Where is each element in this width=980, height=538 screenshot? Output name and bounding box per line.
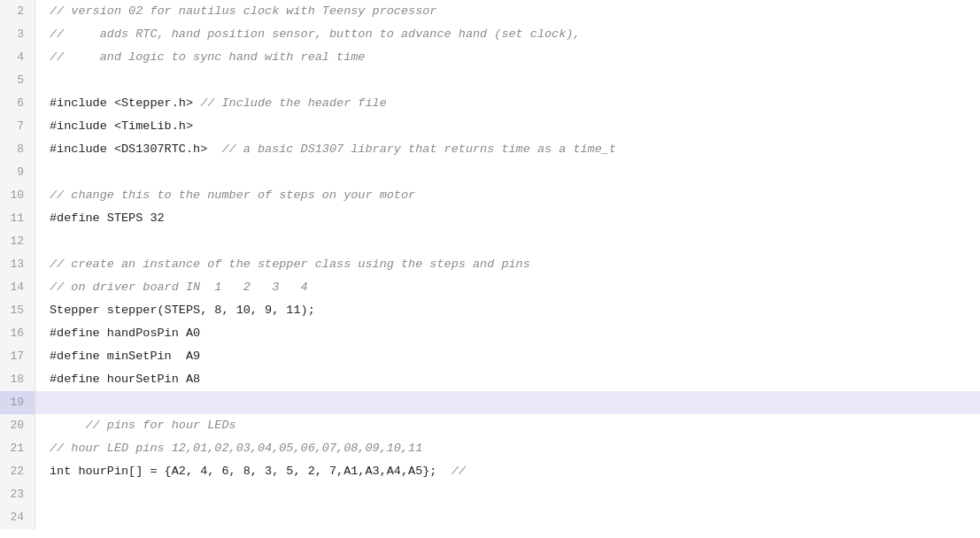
line-number: 22 bbox=[0, 460, 35, 483]
code-line: 19 bbox=[0, 391, 980, 414]
code-line: 15Stepper stepper(STEPS, 8, 10, 9, 11); bbox=[0, 299, 980, 322]
line-content bbox=[35, 391, 980, 414]
line-number: 14 bbox=[0, 276, 35, 299]
line-content: // version 02 for nautilus clock with Te… bbox=[35, 0, 980, 23]
code-line: 13// create an instance of the stepper c… bbox=[0, 253, 980, 276]
line-content: int hourPin[] = {A2, 4, 6, 8, 3, 5, 2, 7… bbox=[35, 460, 980, 483]
line-content: // adds RTC, hand position sensor, butto… bbox=[35, 23, 980, 46]
line-number: 5 bbox=[0, 69, 35, 92]
code-line: 4// and logic to sync hand with real tim… bbox=[0, 46, 980, 69]
line-content: // on driver board IN 1 2 3 4 bbox=[35, 276, 980, 299]
line-content: #define STEPS 32 bbox=[35, 207, 980, 230]
line-content: // change this to the number of steps on… bbox=[35, 184, 980, 207]
line-number: 12 bbox=[0, 230, 35, 253]
line-content: // create an instance of the stepper cla… bbox=[35, 253, 980, 276]
line-content bbox=[35, 69, 980, 92]
code-line: 22int hourPin[] = {A2, 4, 6, 8, 3, 5, 2,… bbox=[0, 460, 980, 483]
code-line: 20 // pins for hour LEDs bbox=[0, 414, 980, 437]
line-number: 17 bbox=[0, 345, 35, 368]
line-number: 24 bbox=[0, 506, 35, 529]
code-line: 14// on driver board IN 1 2 3 4 bbox=[0, 276, 980, 299]
line-number: 19 bbox=[0, 391, 35, 414]
line-content: // pins for hour LEDs bbox=[35, 414, 980, 437]
code-lines: 2// version 02 for nautilus clock with T… bbox=[0, 0, 980, 529]
line-content bbox=[35, 161, 980, 184]
code-line: 9 bbox=[0, 161, 980, 184]
code-line: 21// hour LED pins 12,01,02,03,04,05,06,… bbox=[0, 437, 980, 460]
line-number: 6 bbox=[0, 92, 35, 115]
line-content: #include <Stepper.h> // Include the head… bbox=[35, 92, 980, 115]
line-number: 7 bbox=[0, 115, 35, 138]
line-number: 18 bbox=[0, 368, 35, 391]
line-content: // hour LED pins 12,01,02,03,04,05,06,07… bbox=[35, 437, 980, 460]
line-content bbox=[35, 483, 980, 506]
code-line: 12 bbox=[0, 230, 980, 253]
line-number: 8 bbox=[0, 138, 35, 161]
line-number: 20 bbox=[0, 414, 35, 437]
line-content: #define minSetPin A9 bbox=[35, 345, 980, 368]
line-content: #include <DS1307RTC.h> // a basic DS1307… bbox=[35, 138, 980, 161]
code-line: 11#define STEPS 32 bbox=[0, 207, 980, 230]
line-number: 23 bbox=[0, 483, 35, 506]
line-number: 21 bbox=[0, 437, 35, 460]
code-line: 23 bbox=[0, 483, 980, 506]
code-line: 18#define hourSetPin A8 bbox=[0, 368, 980, 391]
line-content: #define hourSetPin A8 bbox=[35, 368, 980, 391]
code-line: 10// change this to the number of steps … bbox=[0, 184, 980, 207]
code-line: 5 bbox=[0, 69, 980, 92]
line-number: 15 bbox=[0, 299, 35, 322]
line-number: 16 bbox=[0, 322, 35, 345]
line-number: 13 bbox=[0, 253, 35, 276]
code-line: 24 bbox=[0, 506, 980, 529]
line-content bbox=[35, 506, 980, 529]
line-content: Stepper stepper(STEPS, 8, 10, 9, 11); bbox=[35, 299, 980, 322]
code-line: 2// version 02 for nautilus clock with T… bbox=[0, 0, 980, 23]
line-content bbox=[35, 230, 980, 253]
line-number: 4 bbox=[0, 46, 35, 69]
line-content: // and logic to sync hand with real time bbox=[35, 46, 980, 69]
code-line: 16#define handPosPin A0 bbox=[0, 322, 980, 345]
line-number: 3 bbox=[0, 23, 35, 46]
line-content: #define handPosPin A0 bbox=[35, 322, 980, 345]
line-content: #include <TimeLib.h> bbox=[35, 115, 980, 138]
code-line: 6#include <Stepper.h> // Include the hea… bbox=[0, 92, 980, 115]
code-line: 17#define minSetPin A9 bbox=[0, 345, 980, 368]
line-number: 11 bbox=[0, 207, 35, 230]
code-editor[interactable]: 2// version 02 for nautilus clock with T… bbox=[0, 0, 980, 538]
line-number: 10 bbox=[0, 184, 35, 207]
code-line: 3// adds RTC, hand position sensor, butt… bbox=[0, 23, 980, 46]
code-line: 8#include <DS1307RTC.h> // a basic DS130… bbox=[0, 138, 980, 161]
line-number: 9 bbox=[0, 161, 35, 184]
line-number: 2 bbox=[0, 0, 35, 23]
code-line: 7#include <TimeLib.h> bbox=[0, 115, 980, 138]
